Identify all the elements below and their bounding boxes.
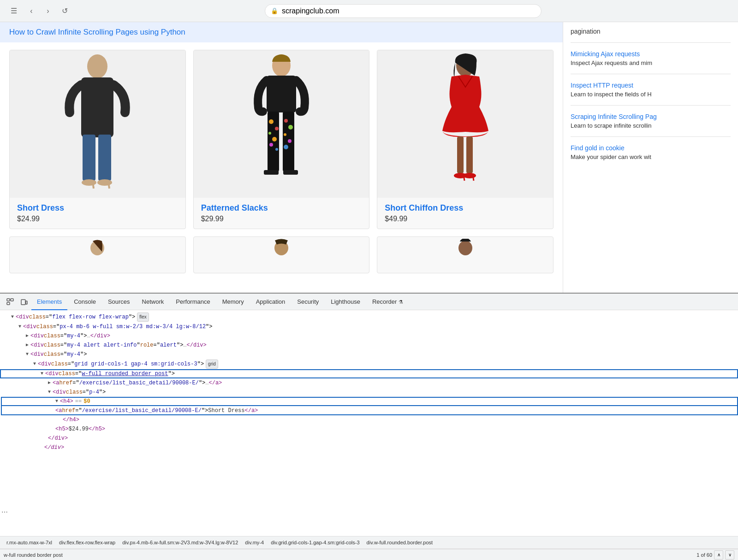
dom-line-9[interactable]: ▼ <div class="p-4"> (0, 388, 738, 397)
product-card-2: Patterned Slacks $29.99 (193, 50, 370, 229)
dom-line-15[interactable]: </div> (0, 443, 738, 452)
address-bar[interactable]: 🔒 scrapingclub.com (265, 4, 542, 18)
forward-button[interactable]: › (42, 6, 54, 17)
product-image-3 (377, 50, 553, 198)
svg-point-18 (284, 119, 288, 123)
breadcrumb-item-2[interactable]: div.px-4.mb-6.w-full.sm:w-2V3.md:w-3V4.l… (119, 539, 241, 546)
sidebar-link-http[interactable]: Inspect HTTP request (571, 82, 731, 89)
svg-point-34 (458, 241, 472, 255)
svg-line-7 (108, 182, 109, 189)
tab-security[interactable]: Security (292, 294, 324, 310)
svg-point-16 (269, 143, 273, 147)
dom-line-6[interactable]: ▼ <div class="grid grid-cols-1 gap-4 sm:… (0, 359, 738, 369)
dom-line-3[interactable]: ▶ <div class="my-4"> … </div> (0, 331, 738, 341)
status-prev-button[interactable]: ∧ (714, 550, 723, 560)
product-info-2: Patterned Slacks $29.99 (194, 198, 369, 229)
product-name-3[interactable]: Short Chiffon Dress (385, 203, 546, 213)
tab-memory[interactable]: Memory (217, 294, 250, 310)
svg-line-6 (93, 182, 94, 189)
svg-point-5 (97, 179, 112, 186)
dom-line-1[interactable]: ▼ <div class="flex flex-row flex-wrap"> … (0, 312, 738, 322)
triangle-icon-6: ▼ (33, 360, 36, 368)
tab-application[interactable]: Application (250, 294, 291, 310)
address-text: scrapingclub.com (282, 7, 339, 15)
triangle-icon-1: ▼ (11, 313, 14, 321)
reload-button[interactable]: ↺ (59, 6, 70, 17)
svg-rect-36 (11, 299, 13, 301)
more-options-button[interactable]: ⋯ (0, 507, 9, 517)
tab-performance[interactable]: Performance (170, 294, 215, 310)
dom-line-10[interactable]: ▼ <h4> == $0 (0, 397, 738, 406)
back-button[interactable]: ‹ (26, 6, 37, 17)
product-card-1: Short Dress $24.99 (9, 50, 186, 229)
sidebar-toggle-button[interactable]: ☰ (7, 5, 20, 18)
svg-rect-24 (283, 170, 298, 175)
triangle-icon-10: ▼ (55, 397, 58, 406)
status-next-button[interactable]: ∨ (725, 550, 734, 560)
breadcrumb-item-1[interactable]: div.flex.flex-row.flex-wrap (56, 539, 118, 546)
dom-line-5[interactable]: ▼ <div class="my-4"> (0, 350, 738, 359)
tab-sources[interactable]: Sources (102, 294, 136, 310)
svg-point-0 (87, 54, 107, 78)
ellipsis-area: ⋯ (0, 507, 11, 517)
product-name-2[interactable]: Patterned Slacks (201, 203, 362, 213)
product-image-1 (10, 50, 185, 198)
sidebar-desc-cookie: Make your spider can work wit (571, 153, 731, 160)
breadcrumb-item-0[interactable]: r.mx-auto.max-w-7xl (4, 539, 55, 546)
devtools-toolbar: Elements Console Sources Network Perform… (0, 294, 738, 310)
svg-point-19 (288, 125, 293, 130)
dom-line-2[interactable]: ▼ <div class="px-4 mb-6 w-full sm:w-2/3 … (0, 322, 738, 331)
svg-rect-9 (267, 76, 296, 112)
dom-line-13[interactable]: <h5>$24.99</h5> (0, 424, 738, 434)
svg-rect-23 (264, 170, 279, 175)
breadcrumb-item-4[interactable]: div.grid.grid-cols-1.gap-4.sm:grid-cols-… (268, 539, 362, 546)
product-info-1: Short Dress $24.99 (10, 198, 185, 229)
status-count: 1 of 60 (696, 552, 712, 558)
svg-rect-27 (466, 136, 473, 173)
sidebar-item-cookie: Find gold in cookie Make your spider can… (571, 144, 731, 160)
product-card-4 (9, 236, 186, 273)
svg-rect-2 (83, 135, 95, 181)
device-toolbar-button[interactable] (18, 295, 30, 308)
breadcrumb-item-5[interactable]: div.w-full.rounded.border.post (364, 539, 436, 546)
svg-point-4 (82, 179, 96, 186)
svg-rect-39 (26, 301, 27, 304)
svg-rect-38 (21, 300, 25, 305)
dom-line-7[interactable]: ▼ <div class="w-full rounded border post… (0, 369, 738, 378)
product-card-3: Short Chiffon Dress $49.99 (377, 50, 554, 229)
sidebar-link-scraping[interactable]: Scraping Infinite Scrolling Pag (571, 113, 731, 120)
sidebar-text-pagination: pagination (571, 28, 731, 43)
breadcrumb-item-3[interactable]: div.my-4 (242, 539, 267, 546)
product-card-5 (193, 236, 370, 273)
product-price-3: $49.99 (385, 215, 546, 223)
svg-point-13 (275, 127, 279, 130)
svg-rect-35 (7, 299, 10, 301)
devtools-panel: Elements Console Sources Network Perform… (0, 293, 738, 560)
tab-console[interactable]: Console (68, 294, 101, 310)
triangle-icon-8: ▶ (48, 379, 51, 387)
tab-recorder[interactable]: Recorder ⚗ (367, 294, 409, 310)
tab-lighthouse[interactable]: Lighthouse (325, 294, 366, 310)
product-image-2 (194, 50, 369, 198)
dom-line-4[interactable]: ▶ <div class="my-4 alert alert-info" rol… (0, 341, 738, 350)
triangle-icon-2: ▼ (18, 323, 21, 331)
products-grid: Short Dress $24.99 (0, 42, 563, 236)
inspect-element-button[interactable] (4, 295, 17, 308)
sidebar-link-ajax[interactable]: Mimicking Ajax requests (571, 50, 731, 58)
page-header-link[interactable]: How to Crawl Infinite Scrolling Pages us… (9, 28, 185, 36)
tab-elements[interactable]: Elements (31, 294, 67, 310)
tab-network[interactable]: Network (137, 294, 170, 310)
grid-badge: grid (206, 360, 218, 369)
dom-line-11[interactable]: <a href="/exercise/list_basic_detail/900… (0, 406, 738, 415)
dom-line-8[interactable]: ▶ <a href="/exercise/list_basic_detail/9… (0, 378, 738, 388)
dom-line-14[interactable]: </div> (0, 434, 738, 443)
product-name-1[interactable]: Short Dress (17, 203, 178, 213)
recorder-icon: ⚗ (399, 299, 403, 305)
devtools-dom-content: ▼ <div class="flex flex-row flex-wrap"> … (0, 310, 738, 536)
breadcrumb-bar: r.mx-auto.max-w-7xl div.flex.flex-row.fl… (0, 536, 738, 549)
status-right: 1 of 60 ∧ ∨ (696, 550, 734, 560)
svg-point-21 (288, 139, 292, 143)
dom-line-12[interactable]: </h4> (0, 415, 738, 424)
sidebar-link-cookie[interactable]: Find gold in cookie (571, 144, 731, 152)
product-info-3: Short Chiffon Dress $49.99 (377, 198, 553, 229)
